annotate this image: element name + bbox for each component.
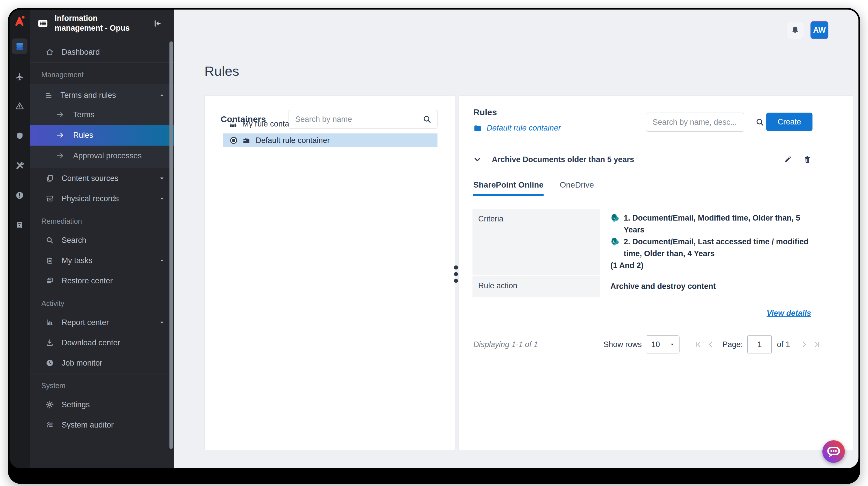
shield-icon <box>16 132 24 140</box>
last-page-button[interactable] <box>813 341 820 348</box>
containers-search-input[interactable] <box>294 115 423 124</box>
sidebar-scrollbar[interactable] <box>169 41 173 449</box>
arrow-right-icon <box>56 110 66 119</box>
view-details-link[interactable]: View details <box>767 309 811 318</box>
page-number-input[interactable] <box>747 336 772 353</box>
container-breadcrumb-label: Default rule container <box>487 123 561 133</box>
module-list-icon[interactable] <box>37 18 49 29</box>
sidebar-item-job-monitor[interactable]: Job monitor <box>30 353 174 373</box>
search-icon[interactable] <box>423 115 431 123</box>
sidebar-nav: Dashboard Management Terms and rules <box>30 37 174 468</box>
section-system: System <box>30 373 174 395</box>
sidebar-item-label: Settings <box>62 400 90 409</box>
rail-item-protection[interactable] <box>12 128 28 144</box>
avatar-initials: AW <box>813 26 826 35</box>
rule-name: Archive Documents older than 5 years <box>492 155 634 164</box>
next-page-button[interactable] <box>800 341 808 348</box>
module-title: Information management - Opus <box>55 13 147 33</box>
gear-icon <box>45 401 54 409</box>
rail-item-risk[interactable] <box>12 98 28 114</box>
panel-resize-handle[interactable] <box>454 265 458 283</box>
sidebar-item-restore-center[interactable]: Restore center <box>30 270 174 291</box>
sidebar-item-system-auditor[interactable]: System auditor <box>30 415 174 435</box>
trash-icon <box>803 155 811 164</box>
sidebar-item-report-center[interactable]: Report center <box>30 312 174 333</box>
page-label: Page: <box>722 340 743 349</box>
avepoint-logo-icon <box>13 15 26 28</box>
containers-title: Containers <box>221 114 266 124</box>
sidebar-item-dashboard[interactable]: Dashboard <box>30 42 174 62</box>
rules-search <box>646 113 744 132</box>
sidebar-item-label: Rules <box>73 131 93 140</box>
rail-item-archive[interactable] <box>12 218 28 233</box>
collapse-sidebar-icon[interactable] <box>153 19 162 28</box>
terms-lines-icon <box>44 91 53 99</box>
rules-panel: Rules Default rule container <box>459 95 853 450</box>
search-icon <box>45 236 54 244</box>
sidebar-item-label: Terms and rules <box>60 91 116 100</box>
criteria-logic: (1 And 2) <box>610 260 818 271</box>
sidebar-item-terms-and-rules[interactable]: Terms and rules <box>30 86 174 105</box>
sidebar-item-approval-processes[interactable]: Approval processes <box>30 146 174 166</box>
create-button[interactable]: Create <box>766 113 812 131</box>
notifications-button[interactable] <box>786 21 804 39</box>
sidebar-item-rules[interactable]: Rules <box>30 125 174 146</box>
chat-assistant-button[interactable] <box>822 440 845 463</box>
rows-per-page-select[interactable]: 10 <box>646 336 680 353</box>
arrow-right-icon <box>56 151 66 160</box>
chevron-down-icon <box>159 195 165 202</box>
section-remediation: Remediation <box>30 209 174 230</box>
create-button-label: Create <box>777 117 801 126</box>
rows-per-page-value: 10 <box>651 340 669 349</box>
sidebar-item-download-center[interactable]: Download center <box>30 333 174 353</box>
rail-item-migration[interactable] <box>12 68 28 84</box>
rail-item-tools[interactable] <box>12 158 28 173</box>
download-icon <box>45 339 54 347</box>
rule-action-row: Rule action Archive and destroy content <box>472 276 818 297</box>
containers-panel-header: Containers <box>205 96 455 143</box>
rail-item-data-management[interactable] <box>12 38 28 54</box>
warning-triangle-icon <box>15 102 24 110</box>
container-breadcrumb-link[interactable]: Default rule container <box>473 123 561 133</box>
sharepoint-icon: S <box>610 237 619 260</box>
user-avatar[interactable]: AW <box>810 21 828 39</box>
chevron-down-icon <box>159 257 165 264</box>
search-icon[interactable] <box>755 118 764 126</box>
icon-rail <box>9 9 30 468</box>
chevron-up-icon <box>159 92 165 98</box>
rail-item-incidents[interactable] <box>12 188 28 203</box>
sidebar-item-settings[interactable]: Settings <box>30 395 174 415</box>
sidebar-header: Information management - Opus <box>30 9 174 37</box>
section-management: Management <box>30 62 174 84</box>
first-page-button[interactable] <box>694 341 702 348</box>
sidebar-item-terms[interactable]: Terms <box>30 105 174 125</box>
sidebar-item-my-tasks[interactable]: My tasks <box>30 250 174 270</box>
tab-onedrive[interactable]: OneDrive <box>560 180 594 196</box>
sidebar-item-physical-records[interactable]: Physical records <box>30 189 174 209</box>
caret-down-icon <box>669 342 675 347</box>
sharepoint-icon: S <box>610 213 619 236</box>
tab-sharepoint-online[interactable]: SharePoint Online <box>473 180 544 196</box>
sidebar-item-content-sources[interactable]: Content sources <box>30 168 174 189</box>
previous-page-button[interactable] <box>707 341 715 348</box>
terms-and-rules-group: Terms and rules Terms <box>30 84 174 168</box>
chevron-down-icon[interactable] <box>473 155 482 164</box>
arrow-right-icon <box>56 131 66 140</box>
rule-row[interactable]: Archive Documents older than 5 years <box>459 150 853 169</box>
rules-search-input[interactable] <box>652 117 755 127</box>
rule-scope-tabs: SharePoint Online OneDrive <box>473 180 594 196</box>
delete-rule-button[interactable] <box>803 155 811 164</box>
restore-windows-icon <box>45 277 54 285</box>
sidebar-item-search[interactable]: Search <box>30 230 174 250</box>
rule-detail-table: Criteria S <box>472 209 818 298</box>
svg-text:S: S <box>612 240 615 244</box>
sidebar-item-label: Terms <box>73 110 95 119</box>
airplane-icon <box>15 72 24 81</box>
chevron-down-icon <box>159 319 165 326</box>
rules-title: Rules <box>473 107 497 117</box>
sidebar-item-label: Content sources <box>62 174 119 183</box>
bell-icon <box>790 26 800 35</box>
chevron-down-icon <box>159 175 165 181</box>
rules-panel-header: Rules Default rule container <box>459 96 853 150</box>
edit-rule-button[interactable] <box>783 155 792 164</box>
